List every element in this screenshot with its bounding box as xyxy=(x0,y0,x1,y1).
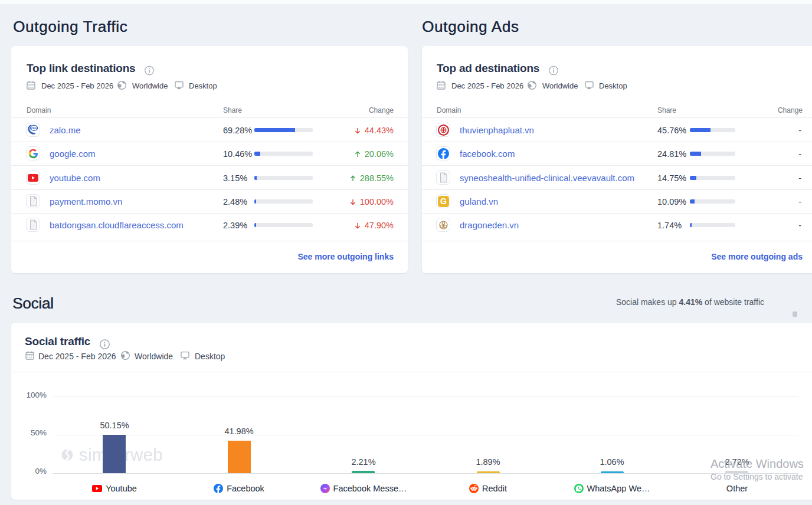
svg-text:G: G xyxy=(440,196,447,206)
svg-text:Zalo: Zalo xyxy=(31,126,37,130)
